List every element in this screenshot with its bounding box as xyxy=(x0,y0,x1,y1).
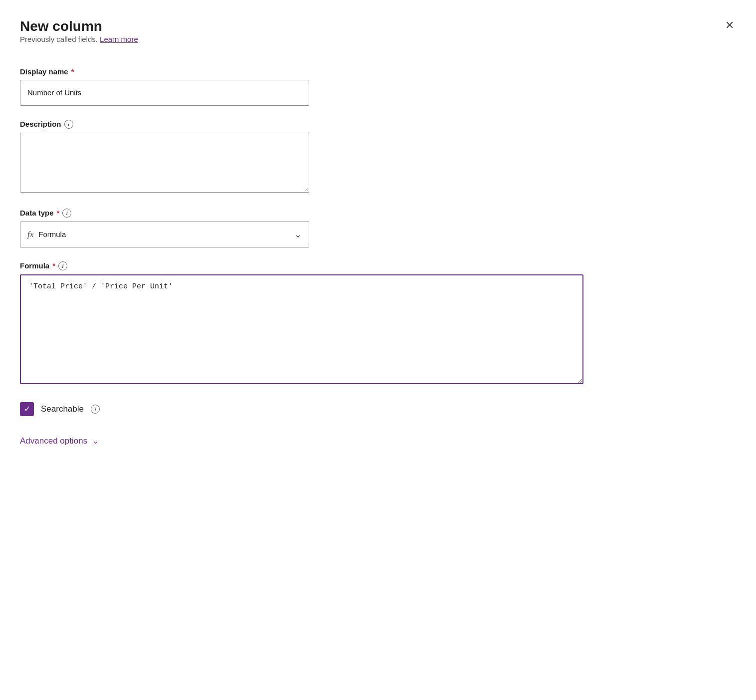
formula-required: * xyxy=(52,261,55,270)
searchable-label: Searchable xyxy=(41,404,84,414)
panel-title-block: New column Previously called fields. Lea… xyxy=(20,18,138,63)
close-icon: ✕ xyxy=(725,20,734,31)
data-type-value: Formula xyxy=(38,230,66,238)
subtitle-text: Previously called fields. xyxy=(20,35,98,43)
data-type-select[interactable]: fx Formula ⌄ xyxy=(20,222,309,247)
advanced-options-label: Advanced options xyxy=(20,436,87,446)
display-name-input[interactable] xyxy=(20,80,309,106)
searchable-checkbox[interactable]: ✓ xyxy=(20,402,34,416)
description-label-text: Description xyxy=(20,120,61,128)
check-icon: ✓ xyxy=(24,405,30,413)
display-name-required: * xyxy=(71,67,74,76)
panel-title: New column xyxy=(20,18,138,35)
data-type-info-icon: i xyxy=(62,209,71,218)
data-type-label: Data type * i xyxy=(20,209,736,218)
description-input[interactable] xyxy=(20,133,309,193)
searchable-row: ✓ Searchable i xyxy=(20,402,736,416)
data-type-required: * xyxy=(57,209,60,217)
advanced-options-row[interactable]: Advanced options ⌄ xyxy=(20,436,736,446)
data-type-select-left: fx Formula xyxy=(27,230,66,239)
formula-input[interactable]: 'Total Price' / 'Price Per Unit' xyxy=(20,274,583,384)
formula-label-text: Formula xyxy=(20,261,49,270)
learn-more-link[interactable]: Learn more xyxy=(100,35,138,43)
data-type-group: Data type * i fx Formula ⌄ xyxy=(20,209,736,247)
panel-subtitle: Previously called fields. Learn more xyxy=(20,35,138,43)
new-column-panel: New column Previously called fields. Lea… xyxy=(0,0,756,700)
searchable-info-icon: i xyxy=(91,405,100,414)
fx-icon: fx xyxy=(27,230,33,239)
description-group: Description i xyxy=(20,120,736,195)
display-name-label: Display name * xyxy=(20,67,736,76)
display-name-label-text: Display name xyxy=(20,67,68,76)
close-button[interactable]: ✕ xyxy=(723,18,736,33)
description-info-icon: i xyxy=(64,120,73,129)
data-type-label-text: Data type xyxy=(20,209,54,217)
data-type-chevron-icon: ⌄ xyxy=(294,229,302,240)
advanced-options-chevron-icon: ⌄ xyxy=(92,436,99,446)
formula-group: Formula * i 'Total Price' / 'Price Per U… xyxy=(20,261,736,386)
panel-header: New column Previously called fields. Lea… xyxy=(20,18,736,63)
description-label: Description i xyxy=(20,120,736,129)
formula-info-icon: i xyxy=(58,261,67,270)
formula-label: Formula * i xyxy=(20,261,736,270)
display-name-group: Display name * xyxy=(20,67,736,106)
